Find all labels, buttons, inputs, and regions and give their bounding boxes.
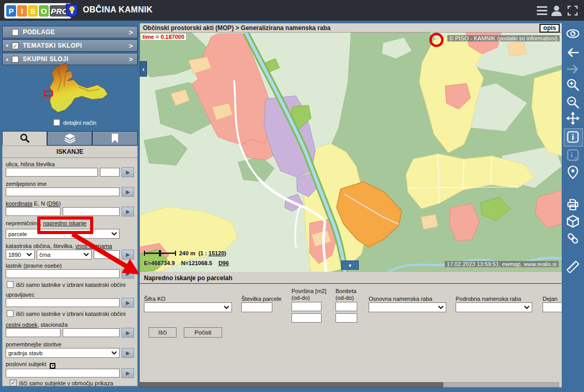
map-viewport[interactable]: time = 0.187000 © PISO - KAMNIK (podatki… bbox=[140, 33, 562, 272]
boniteta-range-label: (od-do) bbox=[335, 295, 354, 301]
cadastral-code-select[interactable]: 1890 bbox=[6, 250, 35, 259]
logo-letter-s: S bbox=[28, 5, 38, 17]
locate-pin-icon[interactable] bbox=[566, 165, 580, 179]
zoom-in-icon[interactable] bbox=[566, 78, 580, 92]
triangle-up-icon[interactable]: ▲ bbox=[3, 57, 12, 62]
map-breadcrumb: Občinski prostorski akti (MOP) > General… bbox=[143, 24, 330, 32]
road-label: cestni odsek, stacionaža bbox=[6, 322, 68, 328]
scale-link[interactable]: 15120 bbox=[209, 250, 225, 256]
parcel-no-input[interactable] bbox=[241, 302, 272, 312]
area-label: Površina [m2] bbox=[291, 288, 326, 294]
piso-logo[interactable]: P I S O PRO bbox=[4, 3, 71, 19]
osnovna-select[interactable] bbox=[369, 302, 446, 312]
business-input[interactable] bbox=[6, 369, 120, 378]
panel-label: SKUPNI SLOJI bbox=[23, 55, 68, 63]
chevron-down-icon bbox=[438, 306, 444, 309]
tab-layers[interactable] bbox=[47, 131, 92, 146]
clear-button[interactable]: Počisti bbox=[184, 327, 222, 338]
user-icon[interactable] bbox=[551, 5, 562, 17]
road-section-input[interactable] bbox=[6, 328, 61, 337]
back-arrow-icon[interactable] bbox=[566, 46, 580, 60]
measure-ruler-icon[interactable] bbox=[566, 260, 580, 274]
3d-cube-icon[interactable] bbox=[566, 214, 580, 228]
sidebar-panel-podlage[interactable]: PODLAGE > bbox=[2, 26, 138, 38]
boniteta-to-input[interactable] bbox=[335, 313, 357, 323]
detail-mode-checkbox[interactable] bbox=[53, 119, 60, 126]
services-select[interactable]: gradnja stavb bbox=[6, 348, 120, 358]
street-go-button[interactable]: ▶ bbox=[122, 167, 134, 177]
business-go-button[interactable]: ▶ bbox=[122, 368, 134, 378]
landuse-map-canvas[interactable] bbox=[140, 33, 562, 272]
dejanska-input[interactable] bbox=[543, 302, 562, 312]
chevron-right-icon[interactable]: > bbox=[129, 55, 133, 63]
overview-terrain-map[interactable] bbox=[31, 62, 109, 116]
share-link-icon[interactable] bbox=[566, 231, 580, 245]
sidebar-collapse-button[interactable]: ‹ bbox=[140, 61, 147, 77]
tematski-checkbox[interactable]: ✓ bbox=[12, 42, 19, 49]
render-time-overlay: time = 0.187000 bbox=[141, 34, 186, 40]
coordinate-e-input[interactable] bbox=[6, 207, 61, 216]
manager-go-button[interactable]: ▶ bbox=[122, 298, 134, 308]
sidebar-panel-tematski-sklopi[interactable]: ▼ ✓ TEMATSKI SKLOPI > bbox=[2, 39, 138, 52]
coordinate-go-button[interactable]: ▶ bbox=[122, 207, 134, 216]
podrobna-select[interactable] bbox=[456, 302, 532, 312]
manager-filter-checkbox[interactable] bbox=[7, 310, 13, 317]
layers-icon bbox=[64, 133, 76, 143]
bottom-panel-collapse-button[interactable]: ▾ bbox=[341, 260, 359, 270]
svg-text:g: g bbox=[574, 156, 577, 161]
hscrollbar-thumb[interactable] bbox=[140, 382, 443, 387]
divider bbox=[3, 157, 137, 158]
area-range-label: (od-do) bbox=[291, 295, 310, 301]
business-info-icon[interactable]: • bbox=[50, 363, 55, 369]
play-icon: ▶ bbox=[126, 330, 130, 336]
chevron-down-icon bbox=[524, 306, 530, 309]
podlage-checkbox[interactable] bbox=[12, 29, 19, 36]
tab-search[interactable] bbox=[2, 131, 47, 146]
manager-input[interactable] bbox=[6, 298, 120, 307]
owner-filter-checkbox[interactable] bbox=[7, 281, 13, 288]
search-panel-title: ISKANJE bbox=[3, 148, 137, 155]
print-icon[interactable] bbox=[566, 198, 580, 212]
geoname-go-button[interactable]: ▶ bbox=[122, 187, 134, 197]
opis-button[interactable]: opis bbox=[539, 24, 560, 33]
identify-icon[interactable]: i bbox=[566, 130, 580, 144]
forward-arrow-icon[interactable] bbox=[566, 62, 580, 76]
scale-distance: 240 m bbox=[179, 250, 195, 256]
boniteta-from-input[interactable] bbox=[335, 302, 357, 311]
municipality-coat-of-arms bbox=[65, 3, 79, 18]
area-from-input[interactable] bbox=[291, 302, 322, 311]
fullscreen-icon[interactable] bbox=[567, 6, 578, 16]
sifra-ko-select[interactable] bbox=[144, 302, 232, 312]
geoname-input[interactable] bbox=[6, 187, 120, 196]
play-icon: ▶ bbox=[126, 189, 130, 195]
search-button[interactable]: Išči bbox=[149, 327, 177, 338]
map-title-bar: Občinski prostorski akti (MOP) > General… bbox=[140, 23, 562, 33]
coordinate-link[interactable]: koordinata bbox=[6, 200, 32, 207]
business-area-label: išči samo subjekte v območju prikaza bbox=[19, 380, 113, 386]
area-to-input[interactable] bbox=[291, 313, 322, 323]
history-eye-icon[interactable] bbox=[566, 27, 580, 41]
d96-link[interactable]: D96 bbox=[49, 200, 59, 207]
tab-bookmarks[interactable] bbox=[92, 131, 138, 146]
logo-letter-i: I bbox=[17, 5, 27, 17]
chevron-right-icon[interactable]: > bbox=[129, 28, 133, 36]
road-section-link[interactable]: cestni odsek bbox=[6, 322, 37, 328]
skupni-checkbox[interactable] bbox=[12, 56, 19, 63]
business-area-checkbox[interactable]: ✓ bbox=[10, 380, 17, 386]
manager-filter-label: išči samo lastnike v izbrani katastrski … bbox=[16, 311, 126, 317]
chevron-right-icon[interactable]: > bbox=[129, 42, 133, 50]
zoom-out-icon[interactable] bbox=[566, 95, 580, 109]
annotation-arrow bbox=[62, 223, 155, 285]
datum-link[interactable]: D96 bbox=[218, 260, 229, 266]
triangle-down-icon[interactable]: ▼ bbox=[3, 43, 12, 48]
road-station-input[interactable] bbox=[63, 328, 120, 337]
coordinate-n-input[interactable] bbox=[63, 207, 120, 216]
identify-group-icon[interactable]: i g bbox=[566, 148, 580, 162]
street-number-input[interactable] bbox=[100, 168, 120, 177]
pan-icon[interactable] bbox=[566, 111, 580, 125]
play-icon: ▶ bbox=[126, 370, 130, 376]
road-go-button[interactable]: ▶ bbox=[122, 328, 134, 338]
menu-icon[interactable] bbox=[536, 6, 548, 16]
services-go-button[interactable]: ▶ bbox=[122, 348, 134, 358]
street-input[interactable] bbox=[6, 168, 98, 177]
